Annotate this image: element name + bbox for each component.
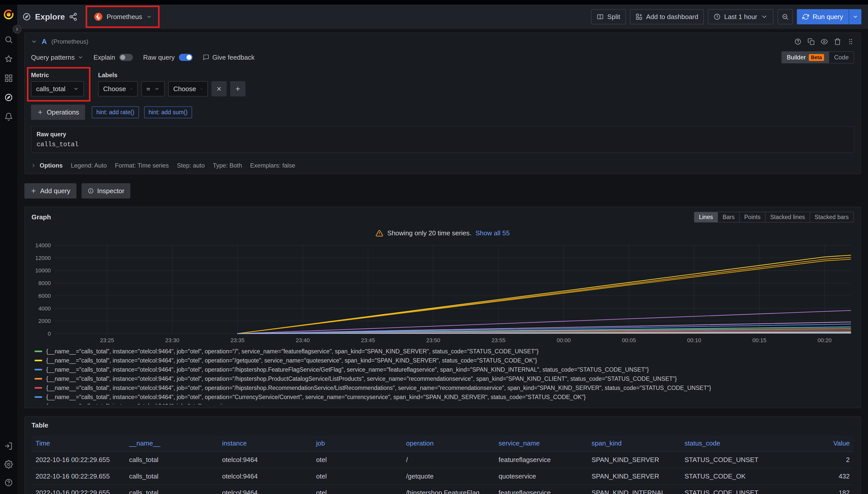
y-axis-tick-label: 12000 [35,255,51,261]
table-cell: /getquote [402,468,494,485]
x-axis-tick-label: 23:45 [361,337,375,343]
label-value-select[interactable]: Choose [168,81,208,96]
chart-canvas: 0200040006000800010000120001400023:2523:… [32,241,854,346]
metric-label: Metric [31,72,84,79]
table-header-service-name[interactable]: service_name [494,435,587,452]
add-to-dashboard-button[interactable]: Add to dashboard [630,9,704,24]
query-hint-button[interactable]: hint: add rate() [92,106,139,118]
query-help-icon[interactable] [794,38,801,45]
explore-compass-icon[interactable] [4,93,13,102]
alerting-bell-icon[interactable] [4,112,13,121]
share-icon[interactable] [69,13,77,21]
add-label-button[interactable] [230,81,246,96]
inspector-button[interactable]: Inspector [82,183,131,198]
collapse-query-icon[interactable] [31,39,37,45]
legend-item[interactable]: {__name__="calls_total", instance="otelc… [35,356,854,365]
datasource-picker[interactable]: Prometheus [90,9,156,24]
legend-series-color [35,396,42,398]
drag-handle-icon[interactable] [847,38,854,45]
remove-label-button[interactable] [212,81,227,96]
run-query-dropdown[interactable] [849,9,862,24]
legend-series-label: {__name__="calls_total", instance="otelc… [46,383,711,393]
x-axis-tick-label: 00:20 [818,337,832,343]
query-patterns-dropdown[interactable]: Query patterns [31,54,83,61]
grafana-explore-screen: Explore Prometheus [0,0,868,494]
options-summary-item: Step: auto [177,162,204,169]
eye-icon[interactable] [821,38,828,45]
legend-series-color [35,378,42,380]
chevron-down-icon [78,55,83,60]
options-expander[interactable]: Options [31,162,63,169]
add-query-button[interactable]: Add query [24,183,76,198]
code-mode-button[interactable]: Code [829,52,854,63]
raw-query-toggle[interactable] [179,54,193,61]
legend-series-label: {__name__="calls_total", instance="otelc… [46,393,586,402]
table-header-operation[interactable]: operation [402,435,494,452]
legend-item[interactable]: {__name__="calls_total", instance="otelc… [35,347,854,356]
graph-mode-points[interactable]: Points [739,212,765,222]
legend-item[interactable]: {__name__="calls_total", instance="otelc… [35,374,854,383]
metric-select[interactable]: calls_total [31,81,84,96]
explain-label: Explain [93,54,115,61]
zoom-out-button[interactable] [778,9,793,24]
table-header-status-code[interactable]: status_code [681,435,774,452]
y-axis-tick-label: 8000 [38,280,51,286]
graph-mode-lines[interactable]: Lines [694,212,718,222]
chevron-down-icon [200,86,203,92]
explain-toggle[interactable] [119,54,133,61]
options-summary-item: Legend: Auto [71,162,107,169]
starred-icon[interactable] [4,55,13,63]
sync-icon [802,14,809,20]
grafana-logo[interactable] [3,8,15,22]
graph-mode-bars[interactable]: Bars [718,212,739,222]
legend-item[interactable]: {__name__="calls_total", instance="otelc… [35,365,854,374]
table-header-job[interactable]: job [312,435,402,452]
search-icon[interactable] [4,35,13,44]
legend-item[interactable]: {__name__="calls_total", instance="otelc… [35,393,854,402]
x-axis-tick-label: 00:10 [687,337,701,343]
table-header--name-[interactable]: __name__ [125,435,218,452]
table-cell: otel [312,485,402,494]
operations-button[interactable]: Operations [31,104,85,120]
gear-icon[interactable] [4,460,13,469]
dashboards-icon[interactable] [4,74,13,82]
raw-query-preview: Raw query calls_total [31,127,854,153]
options-summary-item: Type: Both [213,162,242,169]
builder-mode-button[interactable]: Builder Beta [782,52,829,63]
run-query-button[interactable]: Run query [797,9,849,24]
time-range-picker[interactable]: Last 1 hour [708,9,774,24]
label-operator-select[interactable]: = [141,81,165,96]
legend-item-clipped[interactable]: {__name__="calls_total", instance="otelc… [35,402,854,405]
help-icon[interactable] [4,478,13,487]
table-cell: calls_total [125,485,218,494]
chevron-down-icon [73,86,79,92]
table-header-value[interactable]: Value [774,435,854,452]
trash-icon[interactable] [834,38,841,45]
builder-label: Builder [787,54,806,61]
copy-icon[interactable] [808,38,815,45]
give-feedback-button[interactable]: Give feedback [203,54,255,61]
sidebar-expand-button[interactable] [13,25,21,34]
run-query-label: Run query [813,13,843,21]
legend-item[interactable]: {__name__="calls_total", instance="otelc… [35,383,854,393]
split-button[interactable]: Split [591,9,626,24]
chart-legend: {__name__="calls_total", instance="otelc… [32,347,854,405]
time-range-label: Last 1 hour [724,13,757,21]
sign-in-icon[interactable] [4,442,13,450]
query-hint-button[interactable]: hint: add sum() [144,106,192,118]
sidebar-top-nav [4,35,13,121]
label-key-select[interactable]: Choose [98,81,138,96]
table-header-instance[interactable]: instance [218,435,312,452]
graph-mode-stacked-lines[interactable]: Stacked lines [765,212,810,222]
time-series-chart[interactable]: 0200040006000800010000120001400023:2523:… [32,241,854,346]
query-datasource-hint: (Prometheus) [51,38,88,45]
datasource-name: Prometheus [107,13,142,21]
graph-mode-stacked-bars[interactable]: Stacked bars [810,212,853,222]
table-header-span-kind[interactable]: span_kind [587,435,681,452]
sidebar-bottom-nav [4,442,13,487]
table-header-time[interactable]: Time [32,435,125,452]
options-summary: Legend: AutoFormat: Time seriesStep: aut… [71,162,295,169]
show-all-series-link[interactable]: Show all 55 [475,229,509,237]
chevron-down-icon [130,86,133,92]
legend-series-color [35,387,42,388]
